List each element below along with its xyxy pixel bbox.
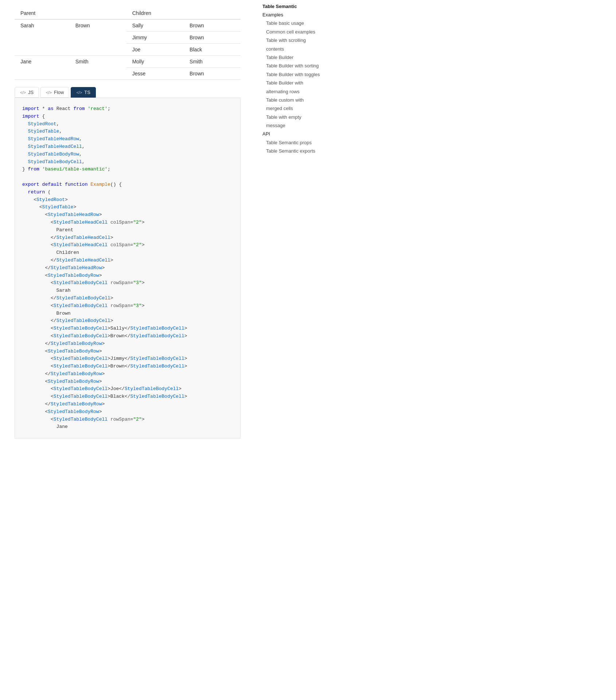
- code-line: <StyledTableBodyCell>Brown</StyledTableB…: [22, 333, 233, 340]
- code-line: StyledTable,: [22, 128, 233, 135]
- children-header: Children: [126, 7, 241, 19]
- code-line: <StyledTableBodyCell rowSpan="2">: [22, 416, 233, 424]
- sidebar-item-exports[interactable]: Table Semantic exports: [266, 147, 321, 155]
- code-line: import * as React from 'react';: [22, 105, 233, 113]
- child-last-name: Smith: [184, 56, 241, 68]
- parent-first-name: Jane: [15, 56, 70, 80]
- code-line: <StyledTableBodyCell>Jimmy</StyledTableB…: [22, 355, 233, 363]
- code-icon-ts: </>: [76, 90, 82, 95]
- sidebar-item-sorting[interactable]: Table Builder with sorting: [266, 62, 321, 70]
- code-line: <StyledTableBodyRow>: [22, 272, 233, 280]
- code-line: <StyledTableBodyRow>: [22, 348, 233, 355]
- sidebar-item-common-cell[interactable]: Common cell examples: [266, 28, 321, 36]
- code-line: StyledRoot,: [22, 121, 233, 128]
- main-content: Parent Children Sarah Brown Sally Brown …: [0, 0, 255, 700]
- sidebar-item-builder[interactable]: Table Builder: [266, 53, 321, 62]
- child-first-name: Jimmy: [126, 32, 184, 44]
- code-line: <StyledTableBodyCell>Black</StyledTableB…: [22, 393, 233, 401]
- sidebar: Table Semantic Examples Table basic usag…: [255, 0, 328, 700]
- code-line: Parent: [22, 227, 233, 234]
- tab-ts-label: TS: [84, 90, 90, 95]
- code-line: <StyledTableBodyRow>: [22, 378, 233, 386]
- code-line: </StyledTableBodyRow>: [22, 340, 233, 348]
- sidebar-item-examples[interactable]: Examples: [262, 11, 321, 19]
- sidebar-section-title: Table Semantic: [262, 4, 321, 9]
- code-line: <StyledTable>: [22, 204, 233, 211]
- code-line: <StyledTableHeadRow>: [22, 211, 233, 219]
- child-last-name: Black: [184, 44, 241, 56]
- sidebar-api-sub-items: Table Semantic props Table Semantic expo…: [262, 138, 321, 156]
- code-line: StyledTableHeadCell,: [22, 143, 233, 151]
- code-line: <StyledTableBodyCell rowSpan="3">: [22, 279, 233, 287]
- code-line: [22, 173, 233, 181]
- code-line: <StyledTableBodyRow>: [22, 408, 233, 416]
- code-line: StyledTableBodyRow,: [22, 151, 233, 158]
- code-line: return (: [22, 189, 233, 196]
- code-line: Children: [22, 249, 233, 257]
- sidebar-item-basic-usage[interactable]: Table basic usage: [266, 19, 321, 27]
- code-line: <StyledTableBodyCell>Sally</StyledTableB…: [22, 325, 233, 333]
- child-first-name: Joe: [126, 44, 184, 56]
- code-line: StyledTableHeadRow,: [22, 135, 233, 143]
- tab-js-label: JS: [28, 90, 34, 95]
- child-first-name: Jesse: [126, 68, 184, 80]
- code-icon-js: </>: [20, 90, 26, 95]
- code-line: </StyledTableBodyCell>: [22, 295, 233, 302]
- sidebar-item-merged[interactable]: Table custom with merged cells: [266, 96, 321, 113]
- sidebar-item-toggles[interactable]: Table Builder with toggles: [266, 70, 321, 79]
- parent-first-name: Sarah: [15, 19, 70, 56]
- code-line: import {: [22, 113, 233, 121]
- child-first-name: Molly: [126, 56, 184, 68]
- code-line: <StyledTableBodyCell>Brown</StyledTableB…: [22, 363, 233, 370]
- code-icon-flow: </>: [46, 90, 52, 95]
- child-last-name: Brown: [184, 68, 241, 80]
- sidebar-sub-items: Table basic usage Common cell examples T…: [262, 19, 321, 130]
- sidebar-item-api[interactable]: API: [262, 130, 321, 138]
- tab-flow[interactable]: </> Flow: [40, 87, 69, 98]
- sidebar-item-alternating[interactable]: Table Builder with alternating rows: [266, 79, 321, 96]
- parent-last-name: Brown: [70, 19, 126, 56]
- code-line: <StyledTableBodyCell>Joe</StyledTableBod…: [22, 385, 233, 393]
- table-row: Sarah Brown Sally Brown: [15, 19, 241, 32]
- parent-last-name: Smith: [70, 56, 126, 80]
- sidebar-item-empty[interactable]: Table with empty message: [266, 113, 321, 130]
- code-tabs: </> JS </> Flow </> TS: [15, 87, 241, 98]
- code-line: export default function Example() {: [22, 181, 233, 189]
- code-line: <StyledTableHeadCell colSpan="2">: [22, 241, 233, 249]
- code-line: } from 'baseui/table-semantic';: [22, 166, 233, 173]
- code-block: import * as React from 'react'; import {…: [15, 98, 241, 439]
- table-header-row: Parent Children: [15, 7, 241, 19]
- child-last-name: Brown: [184, 19, 241, 32]
- tab-ts[interactable]: </> TS: [71, 87, 96, 98]
- table-row: Jane Smith Molly Smith: [15, 56, 241, 68]
- code-line: </StyledTableHeadCell>: [22, 257, 233, 264]
- tab-flow-label: Flow: [54, 90, 64, 95]
- code-line: <StyledRoot>: [22, 196, 233, 204]
- code-line: </StyledTableBodyRow>: [22, 370, 233, 378]
- demo-table: Parent Children Sarah Brown Sally Brown …: [15, 7, 241, 80]
- code-line: </StyledTableHeadRow>: [22, 264, 233, 272]
- child-last-name: Brown: [184, 32, 241, 44]
- parent-header: Parent: [15, 7, 126, 19]
- code-line: </StyledTableBodyCell>: [22, 317, 233, 325]
- sidebar-item-props[interactable]: Table Semantic props: [266, 138, 321, 147]
- sidebar-item-scrolling[interactable]: Table with scrolling contents: [266, 36, 321, 53]
- code-line: Jane: [22, 423, 233, 431]
- code-line: </StyledTableHeadCell>: [22, 234, 233, 242]
- code-line: <StyledTableBodyCell rowSpan="3">: [22, 302, 233, 310]
- code-line: StyledTableBodyCell,: [22, 158, 233, 166]
- code-line: Sarah: [22, 287, 233, 295]
- code-line: </StyledTableBodyRow>: [22, 401, 233, 408]
- code-line: <StyledTableHeadCell colSpan="2">: [22, 219, 233, 227]
- child-first-name: Sally: [126, 19, 184, 32]
- code-line: Brown: [22, 310, 233, 318]
- tab-js[interactable]: </> JS: [15, 87, 39, 98]
